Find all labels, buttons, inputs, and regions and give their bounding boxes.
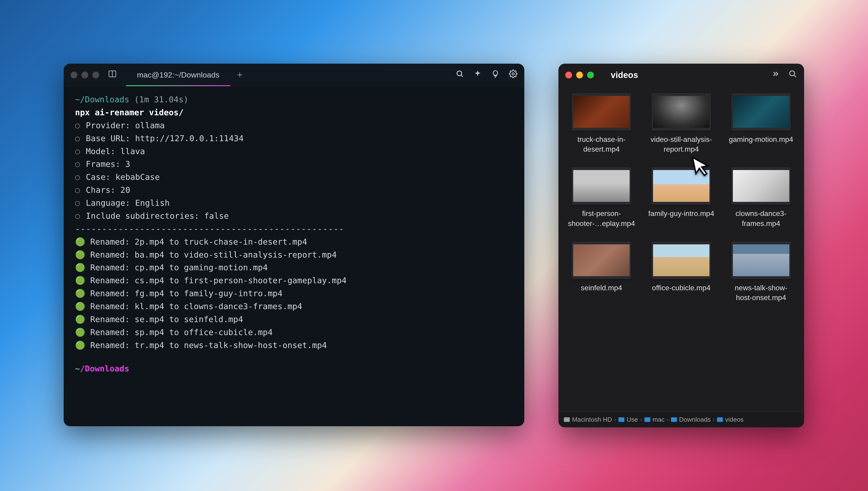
file-item[interactable]: gaming-motion.mp4 <box>723 93 799 154</box>
file-item[interactable]: news-talk-show-host-onset.mp4 <box>723 242 799 302</box>
file-name: truck-chase-in-desert.mp4 <box>567 135 636 154</box>
chevron-right-icon: › <box>667 416 669 423</box>
rename-line: Renamed: cs.mp4 to first-person-shooter-… <box>90 276 347 285</box>
cfg-line: Provider: ollama <box>86 121 165 130</box>
file-item[interactable]: family-guy-intro.mp4 <box>644 167 719 228</box>
chevron-right-icon: › <box>614 416 616 423</box>
tab-active[interactable]: mac@192:~/Downloads <box>126 64 230 86</box>
hdd-icon <box>564 417 570 422</box>
cfg-line: Language: English <box>86 198 169 207</box>
file-item[interactable]: office-cubicle.mp4 <box>644 242 719 302</box>
minimize-button[interactable] <box>576 71 583 79</box>
folder-icon <box>618 417 624 422</box>
svg-point-4 <box>512 73 514 75</box>
video-thumbnail <box>731 242 791 279</box>
file-name: video-still-analysis-report.mp4 <box>647 135 716 154</box>
video-thumbnail <box>572 242 631 279</box>
video-thumbnail <box>652 242 711 279</box>
file-item[interactable]: clowns-dance3-frames.mp4 <box>723 167 799 228</box>
minimize-button[interactable] <box>81 71 88 79</box>
rename-line: Renamed: ba.mp4 to video-still-analysis-… <box>90 250 337 259</box>
command-line: npx ai-renamer videos/ <box>75 106 513 119</box>
file-name: office-cubicle.mp4 <box>652 283 710 293</box>
video-thumbnail <box>731 167 791 205</box>
search-icon[interactable] <box>788 69 797 81</box>
video-thumbnail <box>652 167 711 205</box>
maximize-button[interactable] <box>587 71 594 79</box>
file-name: first-person-shooter-…eplay.mp4 <box>567 209 636 228</box>
file-name: gaming-motion.mp4 <box>729 135 793 144</box>
cfg-line: Include subdirectories: false <box>86 211 229 221</box>
file-name: clowns-dance3-frames.mp4 <box>727 209 795 228</box>
rename-line: Renamed: cp.mp4 to gaming-motion.mp4 <box>90 263 268 272</box>
folder-icon <box>671 417 677 422</box>
finder-title: videos <box>611 70 638 80</box>
file-name: seinfeld.mp4 <box>581 283 622 293</box>
file-name: news-talk-show-host-onset.mp4 <box>727 283 795 302</box>
svg-point-2 <box>457 71 462 76</box>
svg-line-6 <box>794 75 796 77</box>
video-thumbnail <box>652 93 711 131</box>
rename-line: Renamed: kl.mp4 to clowns-dance3-frames.… <box>90 301 302 311</box>
window-controls <box>565 71 594 79</box>
path-segment[interactable]: Downloads <box>671 416 711 423</box>
finder-titlebar: videos <box>558 64 804 86</box>
video-thumbnail <box>572 93 631 131</box>
terminal-titlebar: mac@192:~/Downloads + <box>64 64 524 86</box>
prompt-path: ~/Downloads <box>75 95 129 104</box>
cfg-line: Model: llava <box>86 147 145 156</box>
sparkle-icon[interactable] <box>473 69 482 80</box>
finder-icon-grid[interactable]: truck-chase-in-desert.mp4 video-still-an… <box>558 86 804 411</box>
file-item[interactable]: video-still-analysis-report.mp4 <box>644 93 719 154</box>
rename-line: Renamed: tr.mp4 to news-talk-show-host-o… <box>90 341 327 350</box>
video-thumbnail <box>731 93 791 131</box>
path-segment[interactable]: Use <box>618 416 638 423</box>
folder-icon <box>717 417 723 422</box>
file-name: family-guy-intro.mp4 <box>648 209 714 219</box>
path-segment[interactable]: mac <box>644 416 665 423</box>
split-pane-icon[interactable] <box>108 69 117 81</box>
current-prompt: ~/Downloads <box>75 362 513 375</box>
rename-line: Renamed: 2p.mp4 to truck-chase-in-desert… <box>90 237 307 247</box>
cfg-line: Base URL: http://127.0.0.1:11434 <box>86 134 244 143</box>
cfg-line: Chars: 20 <box>86 185 130 195</box>
terminal-output[interactable]: ~/Downloads (1m 31.04s) npx ai-renamer v… <box>64 86 524 426</box>
video-thumbnail <box>572 167 631 205</box>
close-button[interactable] <box>565 71 572 79</box>
path-segment[interactable]: Macintosh HD <box>564 416 612 423</box>
lightbulb-icon[interactable] <box>491 69 500 80</box>
rename-line: Renamed: sp.mp4 to office-cubicle.mp4 <box>90 327 273 337</box>
terminal-window: mac@192:~/Downloads + ~/Downloads (1m 31… <box>64 64 524 426</box>
rename-line: Renamed: fg.mp4 to family-guy-intro.mp4 <box>90 289 282 298</box>
file-item[interactable]: truck-chase-in-desert.mp4 <box>564 93 639 154</box>
window-controls <box>71 71 99 79</box>
chevron-right-icon: › <box>713 416 715 423</box>
more-icon[interactable] <box>771 69 780 81</box>
close-button[interactable] <box>71 71 77 79</box>
path-segment[interactable]: videos <box>717 416 744 423</box>
maximize-button[interactable] <box>92 71 99 79</box>
file-item[interactable]: first-person-shooter-…eplay.mp4 <box>564 167 639 228</box>
folder-icon <box>644 417 650 422</box>
finder-window: videos truck-chase-in-desert.mp4 video-s… <box>558 64 804 427</box>
search-icon[interactable] <box>456 69 464 80</box>
file-item[interactable]: seinfeld.mp4 <box>564 242 639 302</box>
svg-point-5 <box>790 71 795 76</box>
tab-bar: mac@192:~/Downloads + <box>126 64 456 86</box>
rename-line: Renamed: se.mp4 to seinfeld.mp4 <box>90 315 243 324</box>
path-bar[interactable]: Macintosh HD › Use › mac › Downloads › v… <box>558 411 804 427</box>
new-tab-button[interactable]: + <box>237 70 242 80</box>
chevron-right-icon: › <box>640 416 642 423</box>
gear-icon[interactable] <box>509 69 517 80</box>
svg-line-3 <box>461 75 463 77</box>
tab-title: mac@192:~/Downloads <box>137 70 219 79</box>
prompt-timing: (1m 31.04s) <box>134 95 188 104</box>
cfg-line: Frames: 3 <box>86 160 130 169</box>
divider: ----------------------------------------… <box>75 223 513 235</box>
cfg-line: Case: kebabCase <box>86 172 160 182</box>
